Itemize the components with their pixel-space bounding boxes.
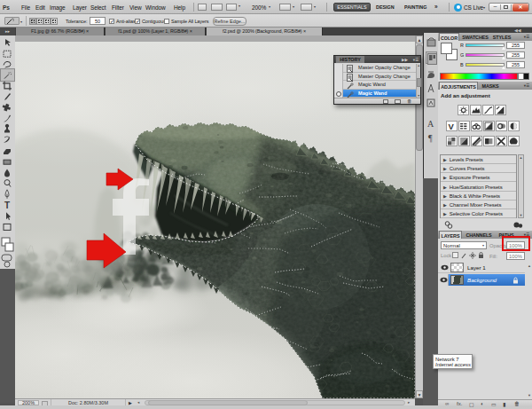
svg-text:A: A	[427, 119, 434, 129]
svg-text:¶: ¶	[428, 133, 433, 143]
svg-text:T: T	[4, 201, 10, 210]
svg-text:V: V	[449, 122, 455, 131]
